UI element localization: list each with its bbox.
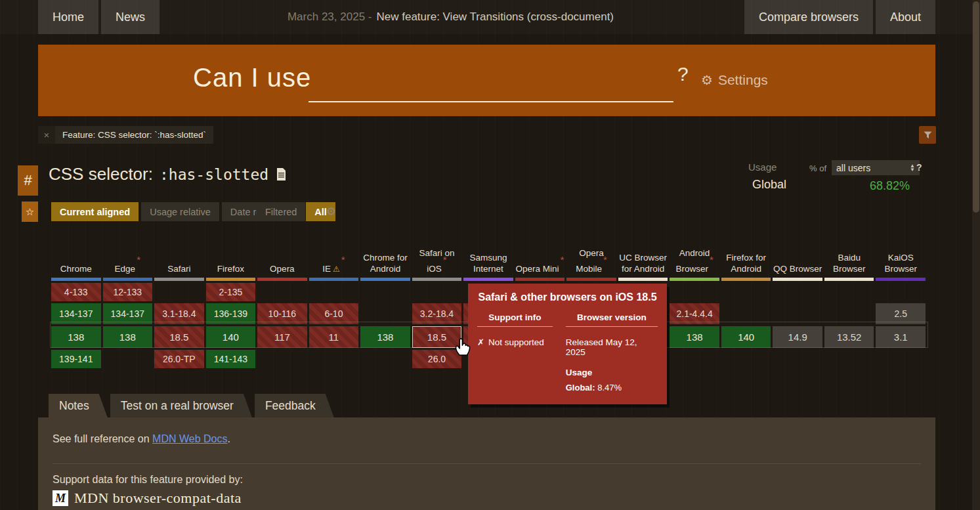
favorite-star-button[interactable]: ☆	[22, 202, 38, 222]
permalink-hash-button[interactable]: #	[18, 165, 38, 196]
browser-column-header[interactable]: KaiOS Browser	[876, 227, 926, 278]
tab-test-real-browser[interactable]: Test on a real browser	[110, 394, 252, 417]
support-cell[interactable]: 2.5	[876, 303, 926, 324]
announcement-date: March 23, 2025 -	[288, 11, 372, 24]
scrollbar-thumb[interactable]	[973, 1, 979, 213]
browser-column-header[interactable]: Safari	[154, 227, 204, 278]
browser-column-header[interactable]: Opera Mobile*	[566, 227, 616, 278]
usage-help-icon[interactable]: ?	[916, 162, 922, 173]
support-cell[interactable]: 134-137	[103, 303, 153, 324]
support-cell[interactable]: 138	[670, 326, 719, 348]
browser-column-header[interactable]: Safari on iOS*	[412, 227, 462, 278]
help-icon[interactable]: ?	[677, 63, 689, 85]
support-cell[interactable]: 141-143	[206, 350, 256, 368]
support-cell[interactable]: 138	[360, 326, 410, 348]
mode-current-aligned[interactable]: Current aligned	[51, 202, 138, 221]
spec-document-icon[interactable]	[276, 168, 286, 181]
note-asterisk-icon: *	[443, 254, 447, 265]
nav-item-news[interactable]: News	[101, 0, 160, 34]
browser-column: Android Browser*2.1-4.4.4138	[670, 227, 719, 368]
browser-column-header[interactable]: Edge*	[103, 227, 153, 278]
support-cell[interactable]: 3.1-18.4	[154, 303, 204, 324]
support-cell[interactable]: 6-10	[309, 303, 359, 324]
tab-feedback[interactable]: Feedback	[255, 394, 334, 417]
support-cell	[360, 303, 410, 324]
support-cell[interactable]: 2-135	[206, 283, 256, 301]
filter-toggle-buttons: Filtered All	[257, 202, 335, 221]
support-cell[interactable]: 117	[257, 326, 307, 348]
browser-brand-bar	[515, 278, 565, 281]
toggle-filtered[interactable]: Filtered	[257, 202, 305, 221]
search-input[interactable]	[309, 79, 673, 102]
support-cell[interactable]: 11	[309, 326, 359, 348]
note-asterisk-icon: *	[603, 254, 607, 265]
browser-column-header[interactable]: Android Browser*	[670, 227, 719, 278]
mdn-web-docs-link[interactable]: MDN Web Docs	[152, 433, 227, 444]
settings-button[interactable]: ⚙ Settings	[701, 72, 768, 88]
close-icon[interactable]: ×	[38, 126, 55, 144]
support-cell[interactable]: 26.0	[412, 350, 462, 368]
support-cell[interactable]: 138	[103, 326, 153, 348]
nav-item-compare-browsers[interactable]: Compare browsers	[744, 0, 873, 34]
browser-column-header[interactable]: Opera Mini*	[515, 227, 565, 278]
browser-brand-bar	[566, 278, 616, 281]
browser-column-header[interactable]: Firefox	[206, 227, 256, 278]
browser-column-header[interactable]: Samsung Internet	[463, 227, 513, 278]
support-cell	[670, 350, 719, 368]
support-cell[interactable]: 139-141	[51, 350, 101, 368]
nav-item-home[interactable]: Home	[38, 0, 98, 34]
nav-item-about[interactable]: About	[876, 0, 935, 34]
support-cell[interactable]: 13.52	[824, 326, 874, 348]
browser-name: Android Browser*	[670, 248, 719, 274]
support-cell	[670, 283, 719, 301]
support-cell[interactable]: 140	[206, 326, 256, 348]
support-cell[interactable]: 136-139	[206, 303, 256, 324]
tooltip-support-value: Not supported	[488, 337, 544, 347]
support-cell[interactable]: 18.5	[412, 326, 462, 348]
browser-column-header[interactable]: IE⚠*	[309, 227, 359, 278]
support-cell[interactable]: 26.0-TP	[154, 350, 204, 368]
support-cell[interactable]: 12-133	[103, 283, 153, 301]
support-cell	[773, 283, 822, 301]
browser-column-header[interactable]: Firefox for Android	[721, 227, 771, 278]
browser-name: Opera Mini*	[516, 259, 565, 274]
support-cell[interactable]: 134-137	[51, 303, 101, 324]
browser-column-header[interactable]: Baidu Browser	[824, 227, 874, 278]
support-cell[interactable]: 138	[51, 326, 101, 348]
top-nav: March 23, 2025 - New feature: View Trans…	[0, 0, 980, 34]
feature-filter-tag: × Feature: CSS selector: `:has-slotted`	[38, 126, 213, 144]
support-cell[interactable]: 18.5	[154, 326, 204, 348]
support-cell[interactable]: 2.1-4.4.4	[670, 303, 719, 324]
support-cell	[721, 283, 771, 301]
browser-column: Chrome for Android138	[360, 227, 410, 368]
browser-column-header[interactable]: Opera	[257, 227, 307, 278]
browser-column: Firefox2-135136-139140141-143	[206, 227, 256, 368]
nav-right: Compare browsers About	[744, 0, 935, 34]
tooltip-usage-heading: Usage	[566, 368, 658, 377]
browser-column: KaiOS Browser2.53.1	[876, 227, 926, 368]
filter-funnel-button[interactable]	[919, 126, 936, 144]
global-usage-label: Global	[752, 178, 786, 192]
browser-column-header[interactable]: QQ Browser	[773, 227, 822, 278]
tab-notes[interactable]: Notes	[49, 394, 108, 417]
mdn-compat-data-link[interactable]: M MDN browser-compat-data	[53, 490, 242, 507]
browser-name: Firefox for Android	[721, 253, 771, 274]
browser-column-header[interactable]: UC Browser for Android	[618, 227, 668, 278]
support-cell[interactable]: 14.9	[773, 326, 822, 348]
browser-column-header[interactable]: Chrome	[51, 227, 101, 278]
gear-icon: ⚙	[701, 74, 713, 87]
table-settings-gear-icon[interactable]: ⚙	[326, 205, 336, 219]
browser-column-header[interactable]: Chrome for Android	[360, 227, 410, 278]
support-tooltip: Safari & other browsers on iOS 18.5 Supp…	[468, 284, 667, 404]
mode-usage-relative[interactable]: Usage relative	[141, 202, 219, 221]
support-cell[interactable]: 10-116	[257, 303, 307, 324]
users-select[interactable]: all users ▲▼	[832, 160, 920, 175]
support-cell[interactable]: 140	[721, 326, 771, 348]
support-cell[interactable]: 3.2-18.4	[412, 303, 462, 324]
support-cell[interactable]: 3.1	[876, 326, 926, 348]
scrollbar-track[interactable]	[972, 0, 980, 510]
support-cell[interactable]: 4-133	[51, 283, 101, 301]
support-cell	[721, 350, 771, 368]
mdn-compat-data-label: MDN browser-compat-data	[74, 490, 242, 507]
site-logo[interactable]: Can I use	[193, 63, 311, 93]
